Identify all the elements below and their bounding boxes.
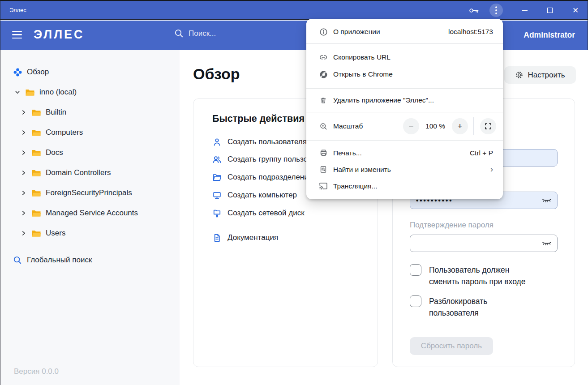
menu-item-copy-url[interactable]: Скопировать URL (306, 49, 503, 66)
action-create-user[interactable]: Создать пользователя (212, 136, 307, 148)
checkbox-label: Пользователь должен сменить пароль при в… (429, 264, 535, 287)
document-icon (212, 233, 222, 243)
folder-outline-icon (212, 173, 222, 182)
close-button[interactable]: ✕ (565, 1, 586, 20)
zoom-magnifier-icon (319, 122, 328, 131)
minimize-icon (522, 10, 528, 11)
menu-separator (306, 43, 503, 44)
sidebar-item-global-search[interactable]: Глобальный поиск (13, 253, 92, 267)
tree-item-label: Users (46, 229, 65, 238)
confirm-password-field[interactable] (410, 235, 558, 252)
chevron-right-icon[interactable] (20, 109, 27, 116)
tree-item-builtin[interactable]: Builtin (20, 105, 66, 120)
tree-item-label: Computers (46, 128, 83, 137)
checkbox-unchecked[interactable] (410, 295, 421, 307)
configure-button-label: Настроить (528, 71, 565, 80)
app-logo: ЭЛЛЕС (34, 28, 85, 42)
menu-separator (306, 88, 503, 89)
tree-item-domain-controllers[interactable]: Domain Controllers (20, 166, 111, 180)
chevron-right-icon[interactable] (20, 129, 27, 136)
app-host-label: localhost:5173 (448, 28, 493, 36)
menu-item-uninstall[interactable]: Удалить приложение "Эллес"... (306, 92, 503, 109)
zoom-in-button[interactable]: + (452, 118, 468, 134)
fullscreen-icon (485, 123, 491, 129)
chevron-right-icon[interactable] (20, 190, 27, 196)
menu-item-about[interactable]: О приложении localhost:5173 (306, 23, 503, 41)
tree-item-managed-service-accounts[interactable]: Managed Service Accounts (20, 206, 138, 220)
search-input[interactable] (189, 29, 287, 38)
fullscreen-button[interactable] (480, 118, 496, 134)
window-titlebar: Эллес ✕ (0, 1, 588, 20)
sidebar: Обзор inno (local) Builtin Computers (0, 50, 180, 385)
unlock-user-checkbox-row[interactable]: Разблокировать пользователя (410, 295, 535, 319)
action-documentation[interactable]: Документация (212, 232, 278, 244)
action-create-ou[interactable]: Создать подразделение (212, 171, 313, 183)
folder-icon (31, 229, 41, 237)
overview-clover-icon (13, 68, 22, 77)
chevron-down-icon[interactable] (14, 89, 21, 95)
user-icon (212, 137, 222, 147)
menu-item-cast[interactable]: Трансляция... (306, 178, 503, 194)
chevron-right-icon[interactable] (20, 170, 27, 176)
password-key-icon[interactable] (466, 1, 482, 20)
tree-item-label: Docs (46, 148, 63, 157)
menu-item-find-edit[interactable]: Найти и изменить › (306, 161, 503, 178)
tree-item-label: Builtin (46, 108, 66, 117)
menu-item-label: Найти и изменить (333, 166, 391, 174)
tree-item-docs[interactable]: Docs (20, 145, 63, 160)
menu-item-print[interactable]: Печать... Ctrl + P (306, 145, 503, 161)
global-search-icon (13, 256, 22, 265)
action-label: Создать пользователя (227, 137, 307, 146)
trash-icon (319, 96, 328, 105)
app-menu-button[interactable] (488, 1, 505, 20)
print-shortcut: Ctrl + P (470, 149, 493, 157)
gear-icon (515, 71, 524, 79)
sidebar-item-overview[interactable]: Обзор (13, 65, 49, 79)
header-search[interactable] (174, 29, 287, 38)
menu-separator (306, 112, 503, 112)
chevron-right-icon[interactable] (20, 230, 27, 236)
chevron-right-icon[interactable] (20, 210, 27, 216)
cast-icon (319, 182, 328, 190)
tree-item-label: Managed Service Accounts (46, 209, 138, 218)
menu-item-label: Масштаб (333, 122, 363, 130)
configure-button[interactable]: Настроить (504, 66, 576, 84)
folder-icon (31, 169, 41, 177)
action-create-network-drive[interactable]: Создать сетевой диск (212, 207, 305, 219)
chevron-right-icon[interactable] (20, 150, 27, 156)
three-dots-icon (489, 4, 503, 17)
folder-icon (31, 128, 41, 137)
folder-icon (31, 209, 41, 217)
tree-root-inno[interactable]: inno (local) (14, 85, 77, 99)
version-label: Версия 0.0.0 (14, 367, 59, 376)
menu-item-open-in-chrome[interactable]: Открыть в Chrome (306, 66, 503, 83)
confirm-password-label: Подтверждение пароля (410, 221, 494, 230)
checkbox-unchecked[interactable] (410, 264, 421, 276)
quick-actions-title: Быстрые действия (212, 113, 305, 124)
action-label: Создать сетевой диск (227, 209, 305, 218)
tree-item-foreign-security-principals[interactable]: ForeignSecurityPrincipals (20, 186, 132, 200)
reset-password-button[interactable]: Сбросить пароль (410, 337, 493, 355)
maximize-button[interactable] (539, 1, 561, 20)
zoom-value: 100 % (421, 122, 450, 130)
minimize-button[interactable] (514, 1, 535, 20)
window-title: Эллес (9, 1, 26, 20)
current-user-label: Administrator (524, 30, 575, 40)
page-title: Обзор (193, 65, 240, 83)
toggle-confirm-visibility-button[interactable] (541, 240, 552, 246)
menu-separator (306, 140, 503, 141)
hamburger-menu-icon[interactable] (12, 31, 23, 41)
tree-item-computers[interactable]: Computers (20, 125, 83, 140)
tree-root-label: inno (local) (39, 88, 77, 97)
menu-item-label: Трансляция... (333, 182, 377, 190)
folder-icon (31, 108, 41, 116)
action-create-computer[interactable]: Создать компьютер (212, 189, 297, 201)
toggle-password-visibility-button[interactable] (541, 197, 552, 203)
must-change-password-checkbox-row[interactable]: Пользователь должен сменить пароль при в… (410, 264, 535, 287)
zoom-out-button[interactable]: − (403, 118, 419, 134)
tree-item-users[interactable]: Users (20, 226, 65, 240)
search-icon (174, 29, 184, 38)
menu-item-zoom: Масштаб − 100 % + (306, 116, 503, 136)
action-label: Создать подразделение (227, 173, 313, 182)
action-label: Создать компьютер (227, 191, 297, 200)
